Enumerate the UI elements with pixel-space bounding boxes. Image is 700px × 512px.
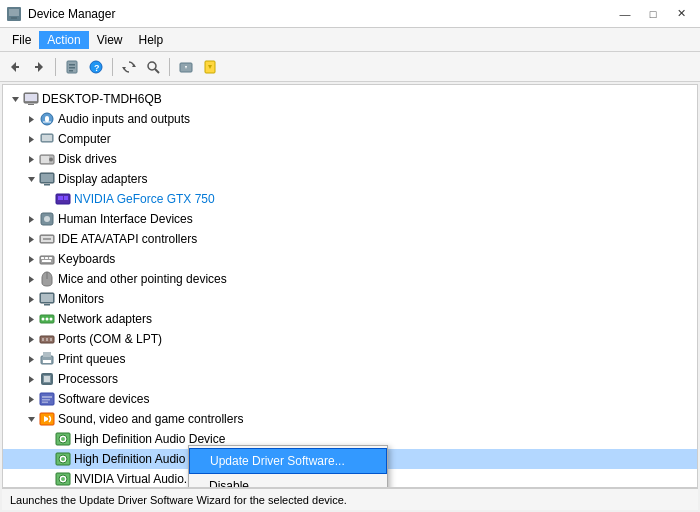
- svg-marker-36: [28, 177, 35, 182]
- context-menu-item-disable[interactable]: Disable: [189, 474, 387, 488]
- svg-marker-50: [29, 256, 34, 263]
- svg-marker-76: [29, 376, 34, 383]
- tree-toggle-hid: [23, 209, 39, 229]
- tree-label-computer: Computer: [58, 132, 111, 146]
- tree-icon-nvidia-audio: [55, 471, 71, 487]
- tree-toggle-sound: [23, 409, 39, 429]
- tree-item-disk[interactable]: Disk drives: [3, 149, 697, 169]
- status-text: Launches the Update Driver Software Wiza…: [10, 494, 347, 506]
- tree-toggle-desktop: [7, 89, 23, 109]
- svg-rect-38: [41, 174, 53, 182]
- tree-label-software: Software devices: [58, 392, 149, 406]
- tree-item-print[interactable]: Print queues: [3, 349, 697, 369]
- svg-rect-78: [44, 376, 50, 382]
- tree-icon-mice: [39, 271, 55, 287]
- extra-btn-2[interactable]: [199, 56, 221, 78]
- svg-rect-2: [11, 17, 17, 19]
- tree-item-display[interactable]: Display adapters: [3, 169, 697, 189]
- back-button[interactable]: [4, 56, 26, 78]
- status-bar: Launches the Update Driver Software Wiza…: [2, 488, 698, 510]
- tree-toggle-computer: [23, 129, 39, 149]
- svg-point-64: [42, 318, 45, 321]
- svg-rect-39: [44, 184, 50, 186]
- tree-item-monitors[interactable]: Monitors: [3, 289, 697, 309]
- svg-marker-43: [29, 216, 34, 223]
- svg-marker-56: [29, 276, 34, 283]
- svg-point-65: [46, 318, 49, 321]
- properties-button[interactable]: [61, 56, 83, 78]
- device-tree[interactable]: DESKTOP-TMDH6QBAudio inputs and outputsC…: [3, 85, 697, 487]
- tree-label-ide: IDE ATA/ATAPI controllers: [58, 232, 197, 246]
- tree-toggle-hd1: [39, 429, 55, 449]
- svg-rect-23: [25, 94, 37, 101]
- svg-rect-74: [43, 352, 51, 357]
- svg-rect-82: [42, 399, 50, 401]
- minimize-button[interactable]: —: [612, 5, 638, 23]
- tree-label-processor: Processors: [58, 372, 118, 386]
- tree-icon-hd1: [55, 431, 71, 447]
- tree-toggle-mice: [23, 269, 39, 289]
- tree-label-ports: Ports (COM & LPT): [58, 332, 162, 346]
- refresh-button[interactable]: [118, 56, 140, 78]
- tree-item-keyboards[interactable]: Keyboards: [3, 249, 697, 269]
- tree-item-processor[interactable]: Processors: [3, 369, 697, 389]
- extra-btn-1[interactable]: [175, 56, 197, 78]
- tree-toggle-ide: [23, 229, 39, 249]
- toolbar: ?: [0, 52, 700, 82]
- svg-rect-9: [69, 67, 75, 69]
- svg-marker-21: [12, 97, 19, 102]
- tree-toggle-nvidia: [39, 189, 55, 209]
- scan-button[interactable]: [142, 56, 164, 78]
- tree-item-ide[interactable]: IDE ATA/ATAPI controllers: [3, 229, 697, 249]
- tree-item-desktop[interactable]: DESKTOP-TMDH6QB: [3, 89, 697, 109]
- tree-item-sound[interactable]: Sound, video and game controllers: [3, 409, 697, 429]
- svg-rect-41: [58, 196, 63, 200]
- menu-file[interactable]: File: [4, 31, 39, 49]
- tree-item-hid[interactable]: Human Interface Devices: [3, 209, 697, 229]
- forward-button[interactable]: [28, 56, 50, 78]
- svg-rect-31: [42, 135, 52, 141]
- tree-toggle-processor: [23, 369, 39, 389]
- svg-marker-46: [29, 236, 34, 243]
- menu-view[interactable]: View: [89, 31, 131, 49]
- tree-label-audio: Audio inputs and outputs: [58, 112, 190, 126]
- tree-label-mice: Mice and other pointing devices: [58, 272, 227, 286]
- context-menu-item-update[interactable]: Update Driver Software...: [189, 448, 387, 474]
- menu-help[interactable]: Help: [131, 31, 172, 49]
- tree-icon-processor: [39, 371, 55, 387]
- svg-marker-72: [29, 356, 34, 363]
- toolbar-separator-3: [169, 58, 170, 76]
- tree-item-nvidia[interactable]: NVIDIA GeForce GTX 750: [3, 189, 697, 209]
- tree-item-ports[interactable]: Ports (COM & LPT): [3, 329, 697, 349]
- tree-toggle-ports: [23, 329, 39, 349]
- tree-toggle-keyboards: [23, 249, 39, 269]
- close-button[interactable]: ✕: [668, 5, 694, 23]
- svg-marker-3: [11, 62, 16, 72]
- tree-label-nvidia: NVIDIA GeForce GTX 750: [74, 192, 215, 206]
- tree-icon-desktop: [23, 91, 39, 107]
- tree-item-computer[interactable]: Computer: [3, 129, 697, 149]
- menu-action[interactable]: Action: [39, 31, 88, 49]
- tree-toggle-monitors: [23, 289, 39, 309]
- tree-label-disk: Disk drives: [58, 152, 117, 166]
- svg-marker-62: [29, 316, 34, 323]
- tree-icon-software: [39, 391, 55, 407]
- tree-item-software[interactable]: Software devices: [3, 389, 697, 409]
- tree-icon-network: [39, 311, 55, 327]
- tree-icon-monitors: [39, 291, 55, 307]
- svg-point-35: [49, 158, 53, 162]
- tree-item-mice[interactable]: Mice and other pointing devices: [3, 269, 697, 289]
- help-button[interactable]: ?: [85, 56, 107, 78]
- tree-toggle-display: [23, 169, 39, 189]
- svg-marker-29: [29, 136, 34, 143]
- tree-icon-print: [39, 351, 55, 367]
- svg-rect-52: [41, 257, 44, 259]
- tree-item-network[interactable]: Network adapters: [3, 309, 697, 329]
- tree-item-audio[interactable]: Audio inputs and outputs: [3, 109, 697, 129]
- tree-icon-audio: [39, 111, 55, 127]
- maximize-button[interactable]: □: [640, 5, 666, 23]
- tree-icon-computer: [39, 131, 55, 147]
- tree-toggle-hd2: [39, 449, 55, 469]
- svg-marker-58: [29, 296, 34, 303]
- menu-bar: File Action View Help: [0, 28, 700, 52]
